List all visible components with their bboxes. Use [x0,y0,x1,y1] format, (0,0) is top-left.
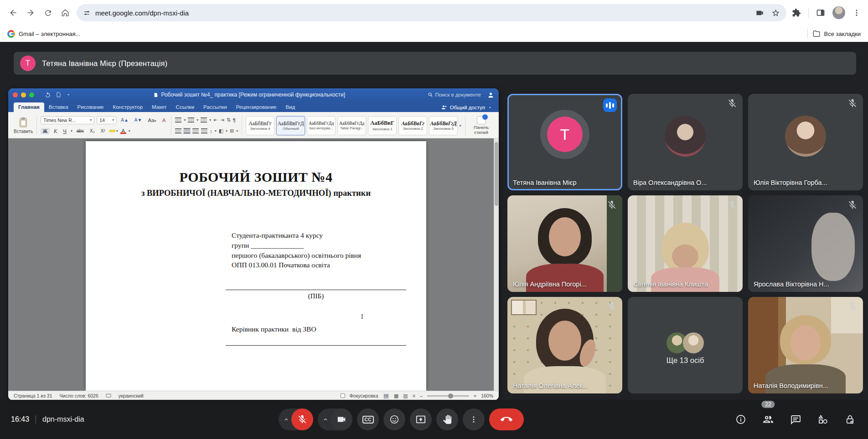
participant-video [748,297,863,393]
call-controls: CC [279,408,524,430]
back-icon[interactable] [5,4,22,21]
style-heading4: АаБбВвГгЗаголовок 4 [246,116,274,135]
status-page: Страница 1 из 31 [14,393,52,398]
tile-nataliya-o[interactable]: Наталія Олегівна Алек... [507,297,622,393]
mic-off-icon [847,200,858,210]
mic-off-icon [607,200,617,210]
bookmark-star-icon[interactable] [771,9,780,17]
url-text[interactable]: meet.google.com/dpn-msxi-dia [95,9,755,17]
increase-indent-icon: ⇥ [220,117,224,123]
call-end-icon [501,413,512,425]
activities-icon [817,414,828,425]
all-bookmarks-button[interactable]: Все закладки [812,30,861,38]
raise-hand-button[interactable] [436,408,458,430]
browser-chrome: meet.google.com/dpn-msxi-dia [0,0,868,42]
doc-pib: (ПІБ) [226,292,406,300]
participant-name: Юлія Андріївна Погорі... [513,281,587,288]
borders-icon: ⊞ [230,128,234,134]
camera-options-chevron-icon[interactable] [320,409,331,429]
participant-count-badge: 22 [761,401,775,408]
tab-references: Ссылки [171,102,199,112]
person-add-icon [441,104,447,110]
tile-yaroslava[interactable]: Ярослава Вікторівна Н... [748,195,863,292]
footer-separator [36,415,36,424]
word-quick-access [45,92,71,98]
tab-draw: Рисование [73,102,108,112]
doc-line-1: Студента-практиканта 4 курсу [232,231,323,240]
camera-toggle-button[interactable] [331,408,352,430]
style-heading5: АаБбВвГгДЗаголовок 5 [429,116,458,135]
new-document-icon [56,92,61,98]
numbered-list-icon [188,117,194,123]
bookmark-gmail[interactable]: Gmail – электронная... [7,30,80,38]
captions-button[interactable]: CC [357,408,379,430]
doc-subtitle: з ВИРОБНИЧОЇ (НАВЧАЛЬНО-МЕТОДИЧНОЇ) прак… [86,189,426,198]
mic-options-chevron-icon[interactable] [281,409,291,429]
participant-name: Тетяна Іванівна Мієр [513,179,577,186]
profile-avatar[interactable] [832,6,845,19]
proofing-icon [106,393,111,398]
font-name-select: Times New R...▾ [41,116,94,124]
tile-vira[interactable]: Віра Олександрівна О... [628,94,743,190]
mic-off-icon [607,301,617,311]
chat-panel-button[interactable] [790,413,801,425]
host-controls-button[interactable] [844,413,856,425]
mic-mute-button[interactable] [291,408,313,430]
people-icon [762,413,774,425]
line-spacing-icon: ↕ [210,128,212,134]
tab-layout: Макет [147,102,171,112]
focus-label: Фокусировка [350,393,378,398]
host-lock-icon [845,414,855,425]
align-left-icon [175,128,181,133]
reload-icon[interactable] [39,4,57,21]
presentation-tile[interactable]: Робочий зошит №4_ практика [Режим ограни… [8,88,499,400]
participant-video [628,195,743,292]
zoom-out-icon: – [420,393,423,398]
people-panel-button[interactable]: 22 [762,413,774,425]
tile-yuliya-v[interactable]: Юлія Вікторівна Горба... [748,94,863,190]
more-options-button[interactable] [463,408,485,430]
change-case-button: Аа▾ [146,117,158,123]
shading-icon: ◧ [219,128,223,134]
site-info-icon[interactable] [83,9,91,17]
camera-permission-icon[interactable] [755,9,764,17]
participant-name: Наталія Володимирівн... [754,382,828,389]
forward-icon[interactable] [22,4,39,21]
tile-nataliya-v[interactable]: Наталія Володимирівн... [748,297,863,393]
home-icon[interactable] [57,4,74,21]
overflow-avatar-2 [683,332,704,353]
meeting-details-button[interactable] [735,413,747,425]
reactions-button[interactable] [383,408,405,430]
focus-checkbox [341,393,345,398]
speaking-indicator-icon [603,98,617,112]
underline-button: Ч [61,128,68,134]
end-call-button[interactable] [489,408,524,430]
strikethrough-button: abc [75,128,86,134]
activities-button[interactable] [817,413,829,425]
participant-name: Ярослава Вікторівна Н... [754,281,829,288]
style-heading1: АаБбВвГЗаголовок 1 [368,116,397,135]
participant-name: Наталія Олегівна Алек... [513,382,588,389]
toolbar-chevron-icon [66,92,71,97]
tile-overflow[interactable]: Ще 13 осіб [628,297,743,393]
participant-name: Євгенія Іванівна Клишта [633,281,708,288]
extensions-icon[interactable] [792,8,801,17]
status-words: Число слов: 6026 [60,393,98,398]
decrease-indent-icon: ⇤ [213,117,217,123]
chat-icon [790,414,801,425]
side-panel-icon[interactable] [816,8,825,17]
style-heading2: АаБбВвГгЗаголовок 2 [398,116,427,135]
tile-yuliya-a[interactable]: Юлія Андріївна Погорі... [507,195,622,292]
tile-tetyana[interactable]: T Тетяна Іванівна Мієр [507,94,622,190]
tab-view: Вид [281,102,300,112]
align-right-icon [192,128,199,133]
tile-yevheniya[interactable]: Євгенія Іванівна Клишта [628,195,743,292]
address-bar[interactable]: meet.google.com/dpn-msxi-dia [77,4,786,21]
shrink-font-button: А▼ [133,117,144,123]
clipboard-icon [19,117,28,128]
browser-menu-icon[interactable] [852,9,861,17]
search-icon [428,92,433,97]
present-button[interactable] [410,408,432,430]
clock: 16:43 [11,415,29,424]
bookmarks-separator [807,29,808,39]
